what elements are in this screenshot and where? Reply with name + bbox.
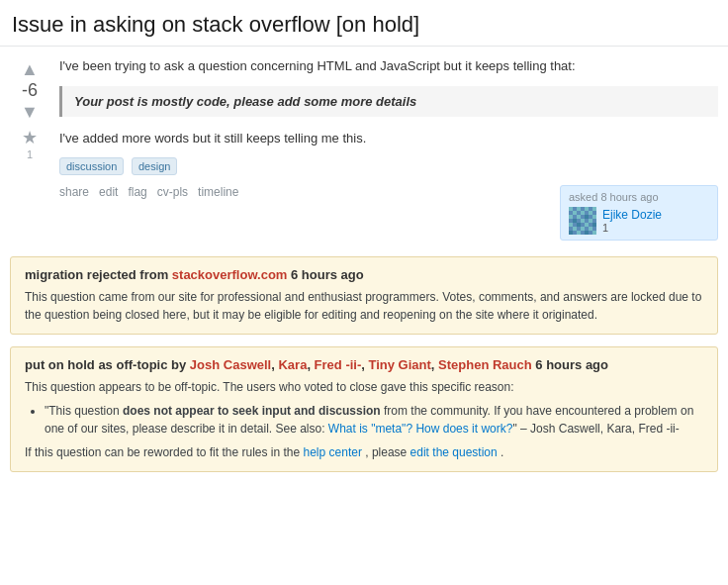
svg-rect-17 — [585, 223, 589, 227]
svg-rect-19 — [573, 227, 577, 231]
migration-action: migration rejected — [25, 267, 136, 282]
vote-count: -6 — [22, 80, 38, 101]
svg-rect-25 — [592, 231, 596, 235]
svg-rect-20 — [581, 227, 585, 231]
tag-discussion[interactable]: discussion — [59, 157, 124, 175]
migration-notice-body: This question came from our site for pro… — [25, 288, 703, 324]
onhold-user-5[interactable]: Stephen Rauch — [438, 357, 532, 372]
quote-prefix: "This question — [45, 404, 123, 418]
user-card: asked 8 hours ago — [560, 185, 718, 241]
svg-rect-3 — [585, 207, 589, 211]
svg-rect-8 — [569, 215, 573, 219]
onhold-footer: If this question can be reworded to fit … — [25, 443, 703, 461]
onhold-user-3[interactable]: Fred -ii- — [315, 357, 362, 372]
svg-rect-1 — [569, 207, 573, 211]
svg-rect-18 — [592, 223, 596, 227]
svg-rect-7 — [589, 211, 592, 215]
svg-rect-6 — [581, 211, 585, 215]
question-section: ▲ -6 ▼ ★ 1 I've been trying to ask a que… — [0, 56, 728, 241]
migration-from: from — [139, 267, 172, 282]
onhold-notice-body: This question appears to be off-topic. T… — [25, 378, 703, 461]
migration-notice-title: migration rejected from stackoverflow.co… — [25, 267, 703, 282]
downvote-button[interactable]: ▼ — [21, 103, 39, 121]
svg-rect-5 — [573, 211, 577, 215]
code-notice-block: Your post is mostly code, please add som… — [59, 86, 718, 117]
user-name-rep: Ejike Dozie 1 — [602, 208, 662, 234]
onhold-action: put on hold — [25, 357, 95, 372]
asked-label: asked 8 hours ago — [569, 191, 709, 203]
favorite-star[interactable]: ★ — [22, 127, 38, 148]
migration-time-val: 6 hours ago — [291, 267, 364, 282]
svg-rect-13 — [581, 219, 585, 223]
svg-rect-10 — [585, 215, 589, 219]
timeline-link[interactable]: timeline — [198, 185, 238, 199]
help-center-link[interactable]: help center — [304, 445, 362, 459]
onhold-time-val: 6 hours ago — [535, 357, 608, 372]
meta-link[interactable]: What is "meta"? How does it work? — [328, 422, 513, 436]
tag-design[interactable]: design — [132, 157, 177, 175]
share-link[interactable]: share — [59, 185, 89, 199]
favorite-count: 1 — [27, 148, 33, 160]
user-name-link[interactable]: Ejike Dozie — [602, 208, 662, 222]
post-actions: share edit flag cv-pls timeline asked 8 … — [59, 185, 718, 241]
edit-link[interactable]: edit — [99, 185, 118, 199]
svg-rect-2 — [577, 207, 581, 211]
vote-column: ▲ -6 ▼ ★ 1 — [10, 56, 49, 241]
onhold-reason-item: "This question does not appear to seek i… — [45, 402, 703, 438]
onhold-user-1[interactable]: Josh Caswell — [190, 357, 271, 372]
upvote-button[interactable]: ▲ — [21, 60, 39, 78]
svg-rect-11 — [592, 215, 596, 219]
question-text-2: I've added more words but it still keeps… — [59, 129, 718, 148]
post-links: share edit flag cv-pls timeline — [59, 185, 238, 199]
svg-rect-24 — [585, 231, 589, 235]
svg-rect-23 — [577, 231, 581, 235]
sep3: , — [361, 357, 368, 372]
user-avatar — [569, 207, 596, 235]
question-text-1: I've been trying to ask a question conce… — [59, 56, 718, 76]
svg-rect-4 — [592, 207, 596, 211]
svg-rect-21 — [589, 227, 592, 231]
migration-site-link[interactable]: stackoverflow.com — [172, 267, 288, 282]
onhold-notice-title: put on hold as off-topic by Josh Caswell… — [25, 357, 703, 372]
sep4: , — [431, 357, 438, 372]
cvpls-link[interactable]: cv-pls — [157, 185, 188, 199]
page-title: Issue in asking on stack overflow [on ho… — [0, 0, 728, 47]
onhold-as: as off-topic by — [98, 357, 189, 372]
footer-text: If this question can be reworded to fit … — [25, 445, 300, 459]
question-body: I've been trying to ask a question conce… — [49, 56, 718, 241]
edit-question-link[interactable]: edit the question — [410, 445, 498, 459]
svg-rect-16 — [577, 223, 581, 227]
quote-suffix: " – Josh Caswell, Kara, Fred -ii- — [512, 422, 679, 436]
onhold-user-4[interactable]: Tiny Giant — [369, 357, 431, 372]
footer-end: . — [500, 445, 503, 459]
sep2: , — [307, 357, 314, 372]
migration-notice: migration rejected from stackoverflow.co… — [10, 256, 718, 335]
svg-rect-9 — [577, 215, 581, 219]
onhold-notice: put on hold as off-topic by Josh Caswell… — [10, 346, 718, 472]
onhold-body-intro: This question appears to be off-topic. T… — [25, 378, 703, 396]
onhold-user-2[interactable]: Kara — [278, 357, 307, 372]
quote-bold: does not appear to seek input and discus… — [123, 404, 381, 418]
svg-rect-15 — [569, 223, 573, 227]
user-info: Ejike Dozie 1 — [569, 207, 709, 235]
svg-rect-14 — [589, 219, 592, 223]
svg-rect-12 — [573, 219, 577, 223]
flag-link[interactable]: flag — [128, 185, 146, 199]
tags-row: discussion design — [59, 157, 718, 175]
svg-rect-22 — [569, 231, 573, 235]
footer-suffix: , please — [365, 445, 407, 459]
onhold-reason-list: "This question does not appear to seek i… — [45, 402, 703, 438]
user-reputation: 1 — [602, 222, 662, 234]
